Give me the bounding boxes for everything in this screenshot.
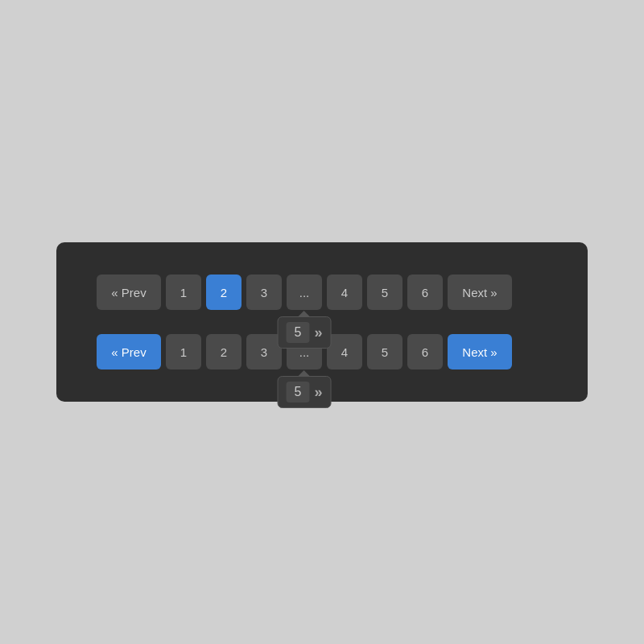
- next-button-2[interactable]: Next »: [448, 334, 512, 369]
- pagination-row-1: « Prev 1 2 3 ... 5 » 4 5 6 Next »: [97, 275, 512, 310]
- page-1-button[interactable]: 1: [166, 275, 201, 310]
- tooltip-num-1: 5: [287, 322, 310, 343]
- tooltip-1: 5 »: [278, 316, 332, 349]
- page-2-button-active[interactable]: 2: [206, 275, 242, 310]
- page-2-button-2[interactable]: 2: [206, 334, 242, 369]
- page-4-button[interactable]: 4: [327, 275, 362, 310]
- dots-tooltip-wrapper-1: ... 5 »: [287, 275, 322, 310]
- pagination-section-1: « Prev 1 2 3 ... 5 » 4 5 6 Next »: [97, 275, 547, 310]
- tooltip-arrow-2[interactable]: »: [314, 384, 322, 401]
- page-6-button-2[interactable]: 6: [407, 334, 443, 369]
- prev-button-1[interactable]: « Prev: [97, 275, 161, 310]
- tooltip-2: 5 »: [278, 376, 332, 408]
- dots-button-1[interactable]: ...: [287, 275, 322, 310]
- page-5-button[interactable]: 5: [367, 275, 402, 310]
- page-3-button-2[interactable]: 3: [246, 334, 282, 369]
- main-panel: « Prev 1 2 3 ... 5 » 4 5 6 Next » « Prev…: [56, 242, 588, 402]
- page-4-button-2[interactable]: 4: [327, 334, 362, 369]
- page-3-button[interactable]: 3: [246, 275, 282, 310]
- tooltip-num-2: 5: [287, 382, 310, 402]
- page-1-button-2[interactable]: 1: [166, 334, 201, 369]
- page-6-button[interactable]: 6: [407, 275, 443, 310]
- prev-button-2[interactable]: « Prev: [97, 334, 161, 369]
- page-5-button-2[interactable]: 5: [367, 334, 402, 369]
- next-button-1[interactable]: Next »: [448, 275, 512, 310]
- tooltip-arrow-1[interactable]: »: [314, 324, 322, 341]
